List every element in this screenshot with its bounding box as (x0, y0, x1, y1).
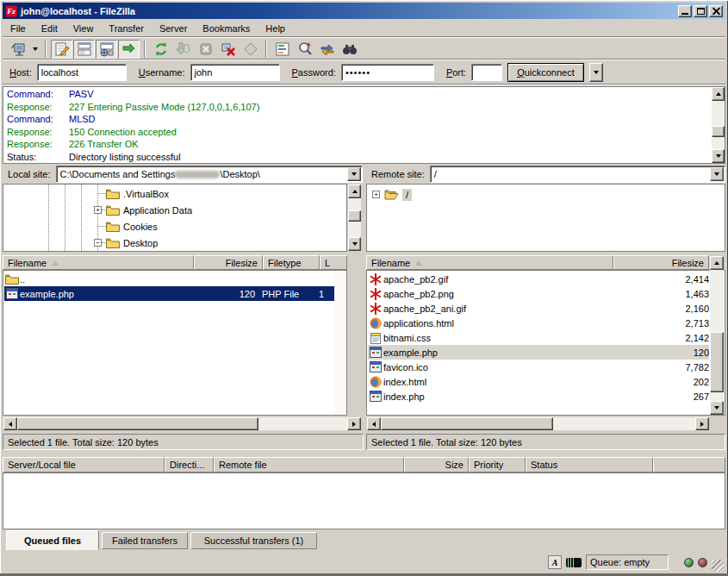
reconnect-button[interactable] (240, 40, 261, 59)
toggle-message-log-button[interactable] (51, 40, 72, 59)
scrollbar-track[interactable] (334, 272, 345, 416)
toolbar-separator (265, 41, 267, 58)
column-header-priority[interactable]: Priority (469, 457, 526, 473)
column-header-remote-file[interactable]: Remote file (214, 457, 404, 473)
column-header-filename[interactable]: Filename (366, 255, 613, 270)
password-input[interactable]: •••••• (341, 64, 434, 81)
remote-site-combo[interactable]: / (430, 166, 725, 183)
title-bar[interactable]: Fz john@localhost - FileZilla (3, 3, 725, 19)
column-header-size[interactable]: Size (404, 457, 469, 473)
scrollbar-right-button[interactable] (347, 417, 361, 430)
scrollbar-track[interactable] (712, 101, 725, 149)
file-row[interactable]: index.php 267 (368, 389, 709, 404)
menu-bookmarks[interactable]: Bookmarks (195, 22, 258, 35)
menu-transfer[interactable]: Transfer (101, 22, 152, 35)
local-site-combo[interactable]: C:\Documents and Settings\Desktop\ (56, 166, 363, 183)
refresh-button[interactable] (150, 40, 171, 59)
file-row[interactable]: apache_pb2_ani.gif 2,160 (368, 301, 709, 316)
tree-item-desktop[interactable]: Desktop (106, 235, 158, 250)
file-row[interactable]: apache_pb2.png 1,463 (368, 286, 709, 301)
column-header-filesize[interactable]: Filesize (194, 255, 263, 270)
file-row[interactable]: bitnami.css 2,142 (368, 330, 709, 345)
message-log[interactable]: Command:PASV Response:227 Entering Passi… (3, 86, 725, 164)
scrollbar-left-button[interactable] (367, 417, 381, 430)
file-row[interactable]: applications.html 2,713 (368, 316, 709, 330)
scrollbar-thumb[interactable] (348, 210, 361, 222)
quickconnect-dropdown[interactable] (589, 63, 603, 82)
file-row-selected[interactable]: example.php 120 PHP File 1 (4, 286, 334, 301)
resize-grip[interactable] (712, 560, 724, 572)
column-header-filetype[interactable]: Filetype (263, 255, 320, 270)
tree-item-cookies[interactable]: Cookies (106, 219, 158, 234)
toggle-transfer-queue-button[interactable] (118, 40, 140, 59)
quickconnect-button[interactable]: Quickconnect (507, 63, 584, 82)
tab-successful-transfers[interactable]: Successful transfers (1) (190, 532, 317, 549)
file-row[interactable]: apache_pb2.gif 2,414 (368, 272, 709, 286)
process-queue-button[interactable] (172, 40, 194, 59)
scrollbar-thumb[interactable] (710, 332, 724, 392)
column-header-empty[interactable] (653, 457, 725, 473)
column-header-direction[interactable]: Directi... (165, 457, 214, 473)
menu-edit[interactable]: Edit (34, 22, 65, 35)
scrollbar-thumb[interactable] (381, 417, 553, 430)
column-header-server-local-file[interactable]: Server/Local file (3, 457, 165, 473)
scrollbar-up-button[interactable] (710, 256, 724, 270)
scrollbar-down-button[interactable] (710, 401, 724, 415)
scrollbar-left-button[interactable] (3, 417, 17, 430)
port-input[interactable] (471, 64, 502, 81)
tree-item-application-data[interactable]: Application Data (106, 203, 192, 217)
compare-directories-button[interactable] (294, 40, 315, 59)
host-input[interactable]: localhost (37, 64, 127, 81)
menu-view[interactable]: View (65, 22, 102, 35)
column-header-filename[interactable]: Filename (3, 255, 194, 270)
tree-expander[interactable]: − (94, 239, 102, 247)
tree-item-virtualbox[interactable]: .VirtualBox (106, 186, 169, 201)
close-button[interactable] (709, 5, 723, 17)
local-file-list[interactable]: .. example.php 120 PHP File 1 (3, 270, 347, 416)
synchronized-browsing-button[interactable] (316, 40, 338, 59)
combo-dropdown-button[interactable] (710, 167, 724, 181)
maximize-button[interactable] (694, 5, 707, 17)
disconnect-button[interactable] (217, 40, 239, 59)
transfer-type-indicator-icon[interactable]: A (548, 555, 562, 569)
remote-directory-tree[interactable]: + / (366, 184, 725, 252)
scrollbar-thumb[interactable] (17, 417, 258, 430)
toggle-local-tree-button[interactable] (73, 40, 95, 59)
menu-server[interactable]: Server (152, 22, 195, 35)
tab-queued-files[interactable]: Queued files (6, 530, 99, 550)
file-row-selected[interactable]: example.php 120 (368, 345, 709, 360)
combo-dropdown-button[interactable] (347, 167, 361, 181)
site-manager-button[interactable] (7, 40, 28, 59)
column-header-status[interactable]: Status (526, 457, 653, 473)
cancel-operation-button[interactable] (195, 40, 216, 59)
scrollbar-right-button[interactable] (695, 417, 709, 430)
scrollbar-thumb[interactable] (712, 126, 725, 137)
file-row[interactable]: favicon.ico 7,782 (368, 360, 709, 374)
username-input[interactable]: john (190, 64, 280, 81)
scrollbar-up-button[interactable] (712, 87, 725, 101)
ico-file-icon (370, 361, 382, 373)
menu-help[interactable]: Help (258, 22, 293, 35)
tree-expander[interactable]: + (94, 206, 102, 214)
remote-file-list[interactable]: apache_pb2.gif 2,414 apache_pb2.png 1,46… (366, 270, 725, 416)
scrollbar-down-button[interactable] (712, 149, 725, 163)
site-manager-dropdown[interactable] (29, 40, 40, 59)
directory-listing-filters-button[interactable] (271, 40, 293, 59)
scrollbar-up-button[interactable] (348, 185, 361, 198)
menu-file[interactable]: File (3, 22, 34, 35)
transfer-queue-list[interactable] (3, 473, 725, 529)
column-header-last-modified[interactable]: L (320, 255, 347, 270)
file-row[interactable]: index.html 202 (368, 374, 709, 389)
tree-item-root[interactable]: / (384, 187, 412, 202)
file-name: favicon.ico (383, 362, 632, 373)
column-header-filesize[interactable]: Filesize (613, 255, 709, 270)
local-directory-tree[interactable]: .VirtualBox + Application Data Cookies −… (3, 184, 347, 252)
toggle-remote-tree-button[interactable] (96, 40, 117, 59)
tree-expander[interactable]: + (372, 191, 380, 198)
minimize-button[interactable] (678, 5, 692, 17)
file-row-updir[interactable]: .. (4, 272, 345, 286)
scrollbar-down-button[interactable] (348, 237, 361, 251)
find-files-button[interactable] (339, 40, 360, 59)
tab-failed-transfers[interactable]: Failed transfers (102, 532, 188, 549)
speed-limit-indicator-icon[interactable] (566, 558, 582, 567)
